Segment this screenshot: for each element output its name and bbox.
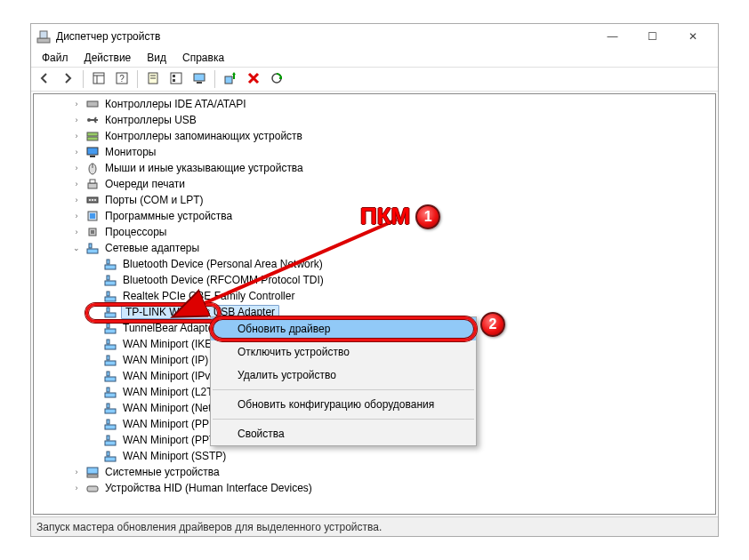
context-menu-properties[interactable]: Свойства xyxy=(211,422,476,445)
tree-node[interactable]: ›Очереди печати xyxy=(37,176,712,192)
svg-rect-12 xyxy=(173,79,175,82)
tree-node-label[interactable]: Контроллеры IDE ATA/ATAPI xyxy=(103,97,248,111)
net-icon xyxy=(103,417,117,431)
expand-icon[interactable]: › xyxy=(71,163,82,173)
svg-point-30 xyxy=(89,199,91,201)
tree-node-label[interactable]: WAN Miniport (IPv6) xyxy=(121,369,221,383)
expand-icon[interactable]: › xyxy=(71,211,82,221)
toolbar-help-button[interactable]: ? xyxy=(112,69,132,89)
expand-icon[interactable]: › xyxy=(71,195,82,205)
tree-node[interactable]: ›Устройства HID (Human Interface Devices… xyxy=(37,480,712,496)
toolbar-nav-forward-button[interactable] xyxy=(58,69,77,89)
tree-node[interactable]: ›Системные устройства xyxy=(37,464,712,480)
tree-node[interactable]: ›Мониторы xyxy=(37,144,712,160)
svg-rect-48 xyxy=(107,324,109,328)
tree-node-label[interactable]: Bluetooth Device (Personal Area Network) xyxy=(121,257,325,271)
toolbar-remove-device-button[interactable] xyxy=(244,69,263,89)
tree-node[interactable]: WAN Miniport (SSTP) xyxy=(37,448,712,464)
tree-node[interactable]: ›Контроллеры USB xyxy=(37,112,712,128)
svg-rect-51 xyxy=(105,361,116,365)
tree-node-label[interactable]: Bluetooth Device (RFCOMM Protocol TDI) xyxy=(121,273,326,287)
context-menu-remove-device[interactable]: Удалить устройство xyxy=(211,364,476,387)
tree-node-label[interactable]: Процессоры xyxy=(103,225,169,239)
svg-point-32 xyxy=(94,199,96,201)
net-icon xyxy=(103,401,117,415)
toolbar-update-driver-button[interactable] xyxy=(221,69,240,89)
svg-rect-1 xyxy=(40,31,47,38)
tree-node-label[interactable]: Программные устройства xyxy=(103,209,234,223)
tree-node[interactable]: Realtek PCIe GBE Family Controller xyxy=(37,288,712,304)
update-driver-icon xyxy=(223,71,238,88)
tree-node-label[interactable]: Очереди печати xyxy=(103,177,187,191)
expand-icon[interactable]: › xyxy=(71,147,82,157)
minimize-button[interactable]: — xyxy=(592,24,632,49)
toolbar-monitor-refresh-button[interactable] xyxy=(189,69,209,89)
tree-node-label[interactable]: Устройства HID (Human Interface Devices) xyxy=(103,481,314,495)
view-options-icon xyxy=(92,71,106,88)
tree-node-label[interactable]: Сетевые адаптеры xyxy=(103,241,201,255)
context-menu[interactable]: Обновить драйверОтключить устройствоУдал… xyxy=(210,316,477,446)
tree-node[interactable]: ⌄Сетевые адаптеры xyxy=(37,240,712,256)
svg-rect-42 xyxy=(107,276,109,280)
expand-icon[interactable]: › xyxy=(71,227,82,237)
tree-node-label[interactable]: Контроллеры USB xyxy=(103,113,198,127)
tree-node-label[interactable]: Порты (COM и LPT) xyxy=(103,193,205,207)
net-icon xyxy=(103,449,117,463)
tree-node-label[interactable]: Мыши и иные указывающие устройства xyxy=(103,161,305,175)
svg-rect-15 xyxy=(225,76,232,84)
expand-icon[interactable]: › xyxy=(71,179,82,189)
expand-icon[interactable]: › xyxy=(71,467,82,477)
tree-node-label[interactable]: Системные устройства xyxy=(103,465,221,479)
tree-node[interactable]: ›Порты (COM и LPT) xyxy=(37,192,712,208)
device-tree[interactable]: ›Контроллеры IDE ATA/ATAPI›Контроллеры U… xyxy=(34,94,715,514)
svg-rect-61 xyxy=(105,441,116,445)
device-tree-pane[interactable]: ›Контроллеры IDE ATA/ATAPI›Контроллеры U… xyxy=(33,93,716,515)
context-menu-refresh-hw-config[interactable]: Обновить конфигурацию оборудования xyxy=(211,393,476,416)
tree-node-label[interactable]: WAN Miniport (IP) xyxy=(121,353,210,367)
toolbar-view-options-button[interactable] xyxy=(89,69,109,89)
tree-node-label[interactable]: Realtek PCIe GBE Family Controller xyxy=(121,289,296,303)
toolbar-nav-back-button[interactable] xyxy=(35,69,54,89)
maximize-button[interactable]: ☐ xyxy=(632,24,672,49)
menu-action[interactable]: Действие xyxy=(77,50,139,66)
scan-hardware-icon xyxy=(270,71,284,88)
svg-rect-47 xyxy=(105,329,116,333)
net-icon xyxy=(103,369,117,383)
toolbar-scan-hardware-button[interactable] xyxy=(267,69,286,89)
context-menu-disable-device[interactable]: Отключить устройство xyxy=(211,340,476,364)
close-button[interactable]: ✕ xyxy=(672,24,713,49)
menu-help[interactable]: Справка xyxy=(175,50,231,66)
tree-node-label[interactable]: WAN Miniport (SSTP) xyxy=(121,449,228,463)
tree-node[interactable]: ›Программные устройства xyxy=(37,208,712,224)
menu-view[interactable]: Вид xyxy=(140,50,173,66)
tree-node-label[interactable]: Мониторы xyxy=(103,145,157,159)
toolbar-details-button[interactable] xyxy=(166,69,186,89)
svg-rect-37 xyxy=(87,249,98,253)
menu-file[interactable]: Файл xyxy=(35,50,76,66)
svg-rect-23 xyxy=(87,148,98,155)
expand-icon[interactable]: › xyxy=(71,99,82,109)
collapse-icon[interactable]: ⌄ xyxy=(71,243,82,253)
toolbar-separator xyxy=(214,70,215,88)
tree-node[interactable]: ›Контроллеры запоминающих устройств xyxy=(37,128,712,144)
tree-node[interactable]: ›Контроллеры IDE ATA/ATAPI xyxy=(37,96,712,112)
tree-node-label[interactable]: Контроллеры запоминающих устройств xyxy=(103,129,304,143)
svg-rect-55 xyxy=(105,393,116,397)
svg-rect-59 xyxy=(105,425,116,429)
expand-icon[interactable]: › xyxy=(71,483,82,493)
svg-rect-34 xyxy=(90,213,95,219)
svg-rect-65 xyxy=(87,468,98,474)
net-icon xyxy=(103,289,117,303)
svg-rect-41 xyxy=(105,281,116,285)
expand-icon[interactable]: › xyxy=(71,115,82,125)
tree-node[interactable]: Bluetooth Device (RFCOMM Protocol TDI) xyxy=(37,272,712,288)
toolbar-properties-button[interactable] xyxy=(143,69,163,89)
tree-node[interactable]: ›Процессоры xyxy=(37,224,712,240)
toolbar: ? xyxy=(31,67,718,92)
svg-point-31 xyxy=(92,199,93,201)
context-menu-update-driver[interactable]: Обновить драйвер xyxy=(211,317,476,340)
expand-icon[interactable]: › xyxy=(71,131,82,141)
tree-node[interactable]: Bluetooth Device (Personal Area Network) xyxy=(37,256,712,272)
svg-rect-64 xyxy=(107,452,109,456)
tree-node[interactable]: ›Мыши и иные указывающие устройства xyxy=(37,160,712,176)
